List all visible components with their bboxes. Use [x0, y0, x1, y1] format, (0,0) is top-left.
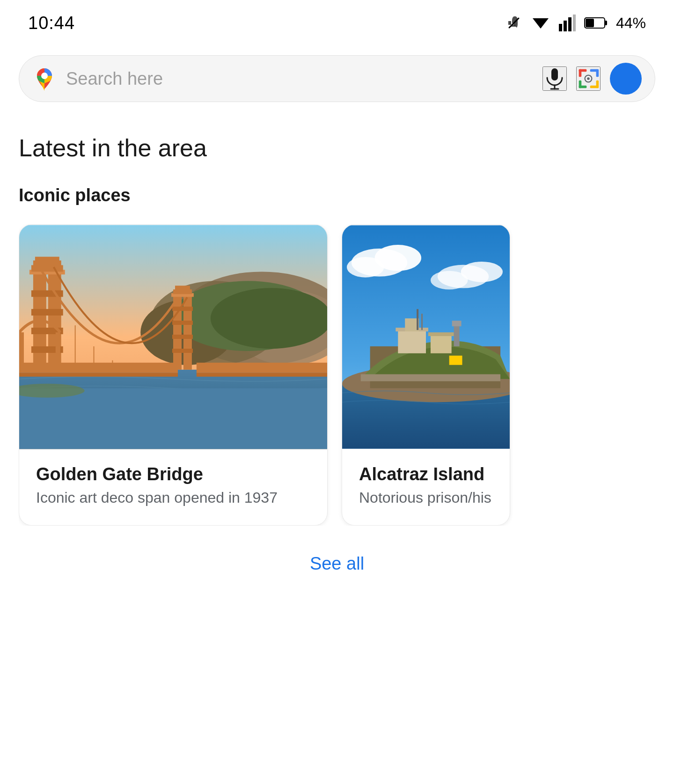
svg-rect-14	[579, 69, 582, 77]
alcatraz-desc: Notorious prison/his	[359, 489, 493, 506]
svg-rect-1	[559, 24, 562, 31]
svg-rect-10	[551, 68, 558, 81]
svg-rect-32	[19, 373, 178, 377]
svg-rect-4	[573, 15, 576, 31]
svg-rect-2	[564, 21, 567, 31]
svg-point-29	[211, 288, 327, 349]
status-bar: 10:44 44%	[0, 0, 674, 37]
content-area: Latest in the area Iconic places	[0, 115, 674, 593]
svg-rect-82	[361, 374, 500, 381]
profile-button[interactable]	[610, 63, 642, 95]
svg-rect-46	[183, 295, 192, 370]
mic-button[interactable]	[542, 66, 567, 91]
svg-rect-20	[596, 81, 599, 88]
svg-rect-16	[596, 69, 599, 77]
see-all-button[interactable]: See all	[310, 554, 364, 574]
status-time: 10:44	[28, 13, 75, 33]
lens-button[interactable]	[576, 66, 601, 91]
golden-gate-info: Golden Gate Bridge Iconic art deco span …	[19, 449, 327, 525]
alcatraz-image	[342, 225, 510, 449]
status-icons: 44%	[506, 15, 646, 32]
cards-row: Golden Gate Bridge Iconic art deco span …	[19, 224, 655, 526]
svg-rect-81	[421, 314, 423, 330]
svg-rect-73	[398, 330, 426, 353]
subsection-title: Iconic places	[19, 185, 655, 205]
svg-point-69	[431, 271, 468, 290]
search-bar[interactable]: Search here	[19, 55, 655, 102]
svg-rect-47	[172, 307, 193, 311]
svg-rect-50	[172, 349, 193, 353]
svg-rect-49	[172, 335, 193, 339]
svg-rect-44	[35, 257, 59, 262]
alcatraz-name: Alcatraz Island	[359, 464, 493, 484]
svg-rect-60	[56, 332, 60, 365]
wifi-icon	[531, 15, 550, 31]
svg-marker-0	[533, 18, 549, 29]
svg-point-66	[347, 257, 384, 278]
svg-point-22	[587, 77, 590, 80]
svg-rect-34	[197, 373, 327, 377]
svg-rect-78	[454, 323, 460, 346]
svg-rect-83	[449, 356, 462, 365]
svg-rect-38	[31, 309, 63, 315]
see-all-container: See all	[19, 526, 655, 593]
svg-rect-80	[417, 309, 418, 330]
svg-rect-53	[175, 286, 190, 290]
svg-rect-59	[19, 332, 24, 365]
golden-gate-image	[19, 225, 327, 449]
svg-rect-7	[586, 19, 594, 27]
svg-rect-61	[19, 388, 327, 449]
svg-rect-76	[431, 335, 452, 353]
place-card-alcatraz[interactable]: Alcatraz Island Notorious prison/his	[342, 224, 510, 526]
svg-rect-33	[197, 363, 327, 373]
battery-icon	[584, 16, 608, 30]
alcatraz-info: Alcatraz Island Notorious prison/his	[342, 449, 510, 525]
svg-rect-48	[172, 321, 193, 325]
google-lens-icon	[577, 66, 600, 91]
svg-rect-6	[605, 21, 607, 25]
google-maps-pin-icon	[32, 66, 57, 91]
microphone-icon	[545, 67, 564, 90]
signal-icon	[559, 15, 576, 31]
svg-point-9	[41, 73, 48, 79]
search-bar-container: Search here	[0, 42, 674, 115]
svg-rect-18	[579, 81, 582, 88]
svg-rect-77	[428, 332, 454, 336]
svg-rect-3	[568, 17, 571, 31]
battery-percent: 44%	[616, 15, 646, 32]
svg-rect-79	[452, 321, 462, 326]
search-input-placeholder[interactable]: Search here	[66, 69, 533, 89]
section-title: Latest in the area	[19, 134, 655, 162]
golden-gate-desc: Iconic art deco span opened in 1937	[36, 489, 310, 506]
golden-gate-name: Golden Gate Bridge	[36, 464, 310, 484]
mute-icon	[506, 15, 522, 31]
place-card-golden-gate[interactable]: Golden Gate Bridge Iconic art deco span …	[19, 224, 328, 526]
svg-rect-45	[173, 295, 182, 370]
svg-rect-42	[31, 265, 63, 271]
